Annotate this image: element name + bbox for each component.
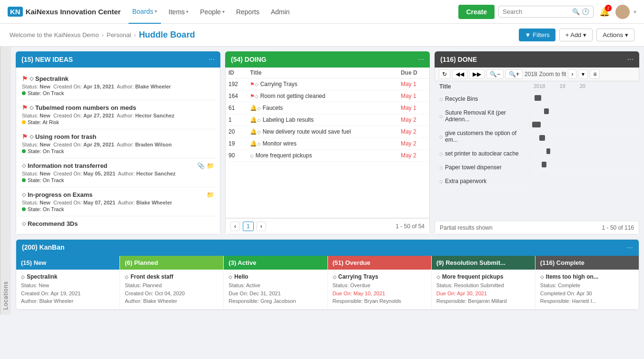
- kanban-col-header: (6) Planned: [120, 256, 223, 270]
- cell-due: May 1: [398, 78, 429, 90]
- nav-reports[interactable]: Reports: [232, 8, 263, 16]
- next-gantt-button[interactable]: ▶▶: [469, 69, 485, 79]
- logo-badge: KN: [8, 7, 23, 17]
- nav-admin[interactable]: Admin: [267, 8, 294, 16]
- table-row[interactable]: 192 ⚑◇ Carrying Trays May 1: [226, 78, 429, 90]
- idea-item: ⚑◇ Spectralink Status: New Created On: A…: [20, 71, 216, 100]
- cell-id: 20: [226, 126, 247, 138]
- user-avatar[interactable]: [615, 5, 630, 19]
- new-ideas-body: ⚑◇ Spectralink Status: New Created On: A…: [16, 68, 220, 234]
- current-page[interactable]: 1: [243, 222, 254, 231]
- kanban-card[interactable]: ◇ Carrying Trays Status: OverdueDue On: …: [328, 270, 431, 310]
- idea-status-line: Status: New Created On: Apr 29, 2021 Aut…: [22, 142, 214, 147]
- table-row[interactable]: 61 🔔◇ Faucets May 1: [226, 102, 429, 114]
- nav-boards[interactable]: Boards ▾: [129, 0, 161, 24]
- prev-page-button[interactable]: ‹: [230, 222, 240, 231]
- breadcrumb-section[interactable]: Personal: [107, 31, 131, 39]
- card-title: ◇ Hello: [228, 273, 322, 280]
- idea-title[interactable]: ◇ Recommend 3Ds: [22, 220, 214, 227]
- idea-title[interactable]: ⚑◇ Tube/med room numbers on meds: [22, 104, 214, 111]
- kanban-card[interactable]: ◇ Items too high on... Status: CompleteC…: [535, 270, 639, 310]
- table-row[interactable]: 164 ⚑◇ Room not getting cleaned May 1: [226, 90, 429, 102]
- idea-title[interactable]: ◇ Information not transferred: [22, 162, 197, 169]
- done-content: Title ◇ Recycle Bins◇ Suture Removal Kit…: [435, 81, 639, 221]
- gantt-options-button[interactable]: ≡: [590, 69, 600, 79]
- refresh-button[interactable]: ↻: [439, 69, 450, 79]
- list-item[interactable]: ◇ set printer to autoclear cache: [435, 147, 529, 161]
- table-row[interactable]: 1 🔔◇ Labeling Lab results May 2: [226, 114, 429, 126]
- kanban-card[interactable]: ◇ Hello Status: ActiveDue On: Dec 31, 20…: [224, 270, 327, 310]
- list-item[interactable]: ◇ Recycle Bins: [435, 92, 529, 106]
- card-title: ◇ Carrying Trays: [333, 273, 426, 280]
- state-dot: [22, 149, 26, 153]
- alert-icon: 🔔: [250, 105, 257, 111]
- idea-status-line: Status: New Created On: May 05, 2021 Aut…: [22, 171, 214, 176]
- kanban-column: (9) Resolution Submit... ◇ More frequent…: [432, 256, 535, 310]
- kanban-menu-button[interactable]: ···: [627, 243, 633, 252]
- search-input[interactable]: [503, 8, 570, 15]
- breadcrumb-home[interactable]: Welcome to the KaiNexus Demo: [10, 31, 99, 39]
- zoom-out-button[interactable]: 🔍+: [505, 69, 523, 79]
- gantt-bar: [542, 162, 546, 167]
- cell-id: 19: [226, 138, 247, 150]
- actions-button[interactable]: Actions ▾: [596, 29, 634, 41]
- alert-icon: 🔔: [250, 116, 257, 123]
- list-item[interactable]: ◇ Suture Removal Kit (per Adrienn...: [435, 106, 529, 126]
- card-meta: Status: CompleteCompleted On: Apr 30Resp…: [540, 281, 634, 305]
- kanban-card[interactable]: ◇ Front desk staff Status: PlannedCreate…: [120, 270, 223, 310]
- card-meta-line: Status: Resolution Submitted: [436, 281, 530, 290]
- idea-title[interactable]: ◇ In-progress on Exams: [22, 191, 207, 198]
- list-item[interactable]: ◇ Paper towel dispenser: [435, 161, 529, 175]
- breadcrumb-page: Huddle Board: [139, 30, 195, 40]
- table-row[interactable]: 19 🔔◇ Monitor wires May 2: [226, 138, 429, 150]
- filters-button[interactable]: ▼ Filters: [519, 29, 555, 41]
- cell-title: 🔔◇ Faucets: [247, 102, 398, 114]
- nav-items[interactable]: Items ▾: [165, 8, 192, 16]
- zoom-label: 2018: [525, 71, 537, 78]
- doing-body: ID Title Due D 192 ⚑◇ Carrying Trays May…: [225, 68, 430, 218]
- doing-menu-button[interactable]: ···: [418, 55, 424, 64]
- gantt-col1: 19: [559, 83, 565, 89]
- doing-count: 1 - 50 of 54: [396, 223, 425, 230]
- done-list: Title ◇ Recycle Bins◇ Suture Removal Kit…: [435, 81, 530, 221]
- list-item[interactable]: ◇ give customers the option of em...: [435, 126, 529, 147]
- table-row[interactable]: 20 🔔◇ New delivery route would save fuel…: [226, 126, 429, 138]
- idea-status-line: Status: New Created On: Apr 19, 2021 Aut…: [22, 84, 214, 89]
- folder-icon2[interactable]: 📁: [207, 191, 214, 198]
- nav-people[interactable]: People ▾: [196, 8, 228, 16]
- zoom-in-button[interactable]: 🔍−: [486, 69, 504, 79]
- cell-due: May 1: [398, 90, 429, 102]
- new-ideas-menu-button[interactable]: ···: [208, 55, 215, 64]
- user-menu-chevron-icon[interactable]: ▾: [634, 9, 636, 15]
- kanban-card[interactable]: ◇ Spectralink Status: NewCreated On: Apr…: [16, 270, 119, 310]
- attach-icon[interactable]: 📎: [197, 162, 205, 169]
- table-row[interactable]: 90 ◇ More frequent pickups May 2: [226, 150, 429, 162]
- done-menu-button[interactable]: ···: [627, 55, 634, 64]
- card-meta-line: Due On: May 10, 2021: [333, 290, 426, 298]
- idea-state-line: State: At Risk: [22, 119, 214, 125]
- card-diamond-icon: ◇: [540, 274, 544, 280]
- done-footer: Partial results shown 1 - 50 of 116: [435, 221, 639, 234]
- gantt-forward-button[interactable]: ›: [568, 69, 576, 79]
- diamond-icon: ◇: [22, 163, 26, 169]
- state-dot: [22, 207, 26, 211]
- done-toolbar: ↻ ◀◀ ▶▶ 🔍− 🔍+ 2018 Zoom to fit › ▾ ≡: [435, 68, 639, 81]
- card-meta-line: Due On: Dec 31, 2021: [228, 290, 322, 298]
- folder-icon[interactable]: 📁: [207, 162, 214, 169]
- prev-gantt-button[interactable]: ◀◀: [452, 69, 467, 79]
- list-item[interactable]: ◇ Extra paperwork: [435, 175, 529, 188]
- add-button[interactable]: + Add ▾: [559, 29, 593, 41]
- kanban-card[interactable]: ◇ More frequent pickups Status: Resoluti…: [432, 270, 535, 310]
- cell-due: May 2: [398, 138, 429, 150]
- idea-title[interactable]: ⚑◇ Using room for trash: [22, 133, 214, 140]
- doing-footer: ‹ 1 › 1 - 50 of 54: [225, 218, 430, 234]
- notifications-bell[interactable]: 🔔 2: [599, 7, 610, 17]
- idea-title[interactable]: ⚑◇ Spectralink: [22, 75, 214, 82]
- card-title: ◇ Spectralink: [21, 273, 115, 280]
- idea-status-line: Status: New Created On: Apr 27, 2021 Aut…: [22, 113, 214, 118]
- create-button[interactable]: Create: [458, 5, 495, 19]
- diamond-icon: ◇: [30, 105, 33, 111]
- gantt-menu-button[interactable]: ▾: [578, 69, 588, 79]
- next-page-button[interactable]: ›: [257, 222, 266, 231]
- gantt-row: [530, 131, 639, 145]
